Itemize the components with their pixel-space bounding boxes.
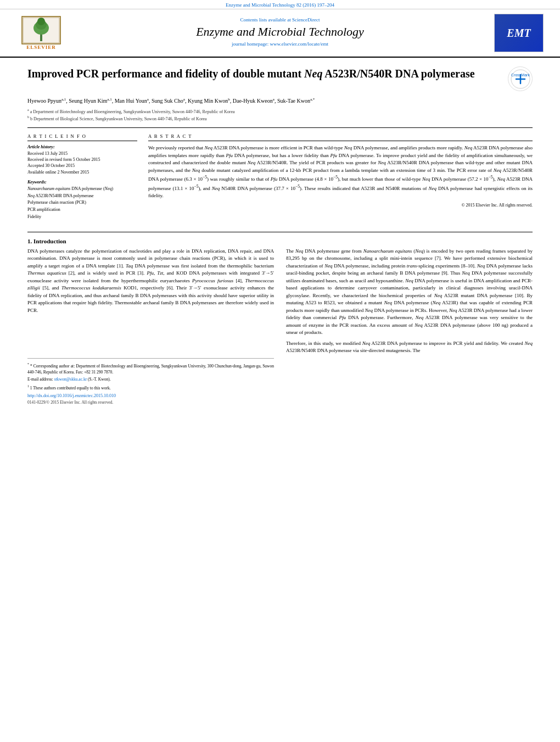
- email-link[interactable]: stkwon@skku.ac.kr: [54, 377, 87, 382]
- intro-para-2: The Neq DNA polymerase gene from Nanoarc…: [286, 248, 533, 337]
- corresponding-note: * Corresponding author at: Department of…: [27, 364, 274, 375]
- email-label: E-mail address:: [27, 377, 53, 382]
- elsevier-wordmark: ELSEVIER: [26, 44, 56, 50]
- article-history-block: Article history: Received 13 July 2015 R…: [27, 144, 137, 175]
- doi-url[interactable]: http://dx.doi.org/10.1016/j.enzmictec.20…: [27, 393, 116, 398]
- contents-text: Contents lists available at: [240, 17, 291, 23]
- fn-email: E-mail address: stkwon@skku.ac.kr (S.-T.…: [27, 376, 274, 382]
- svg-point-4: [37, 18, 45, 25]
- doi-copyright: 0141-0229/© 2015 Elsevier Inc. All right…: [27, 399, 274, 405]
- intro-para-1: DNA polymerases catalyze the polymerizat…: [27, 248, 274, 315]
- article-ref-line: Enzyme and Microbial Technology 82 (2016…: [0, 0, 560, 9]
- article-title-section: Improved PCR performance and fidelity of…: [27, 66, 533, 91]
- elsevier-logo-img: [21, 16, 61, 44]
- affiliations: a a Department of Biotechnology and Bioe…: [27, 108, 533, 122]
- received-date: Received 13 July 2015: [27, 150, 137, 157]
- available-date: Available online 2 November 2015: [27, 169, 137, 175]
- keyword-4: PCR amplification: [27, 207, 137, 214]
- article-content: Improved PCR performance and fidelity of…: [0, 58, 560, 415]
- article-info-heading: A R T I C L E I N F O: [27, 133, 137, 141]
- doi-line: http://dx.doi.org/10.1016/j.enzmictec.20…: [27, 393, 274, 399]
- journal-header: ELSEVIER Contents lists available at Sci…: [0, 9, 560, 58]
- history-label: Article history:: [27, 144, 137, 149]
- banner-text: Enzyme and Microbial Technology 82 (2016…: [226, 2, 334, 8]
- article-info-column: A R T I C L E I N F O Article history: R…: [27, 133, 137, 225]
- emt-logo: EMT: [494, 14, 544, 52]
- authors-line: Hyewoo Ppyuna,1, Seung Hyun Kima,1, Man …: [27, 97, 533, 105]
- keyword-3: Polymerase chain reaction (PCR): [27, 199, 137, 207]
- homepage-url[interactable]: www.elsevier.com/locate/emt: [270, 41, 328, 47]
- elsevier-logo: ELSEVIER: [16, 16, 66, 50]
- affiliation-a: a a Department of Biotechnology and Bioe…: [27, 108, 533, 115]
- contents-available-line: Contents lists available at ScienceDirec…: [66, 17, 494, 23]
- fn-corresponding: * * Corresponding author at: Department …: [27, 362, 274, 375]
- email-note: (S.-T. Kwon).: [88, 377, 111, 382]
- footnotes-area: * * Corresponding author at: Department …: [27, 358, 274, 405]
- emt-label: EMT: [507, 27, 530, 40]
- intro-col-right: The Neq DNA polymerase gene from Nanoarc…: [286, 248, 533, 406]
- keyword-1: Nanoarchaeum equitans DNA polymerase (Ne…: [27, 186, 137, 193]
- abstract-heading: A B S T R A C T: [148, 133, 533, 141]
- intro-col-left: DNA polymerases catalyze the polymerizat…: [27, 248, 274, 406]
- accepted-date: Accepted 30 October 2015: [27, 163, 137, 169]
- homepage-text: journal homepage:: [232, 41, 268, 47]
- info-abstract-section: A R T I C L E I N F O Article history: R…: [27, 133, 533, 225]
- intro-body: DNA polymerases catalyze the polymerizat…: [27, 248, 533, 406]
- keywords-block: Keywords: Nanoarchaeum equitans DNA poly…: [27, 180, 137, 221]
- homepage-line: journal homepage: www.elsevier.com/locat…: [66, 41, 494, 47]
- revised-date: Received in revised form 5 October 2015: [27, 157, 137, 163]
- abstract-column: A B S T R A C T We previously reported t…: [148, 133, 533, 225]
- intro-heading: 1. Introduction: [27, 238, 533, 244]
- keyword-5: Fidelity: [27, 214, 137, 221]
- article-title: Improved PCR performance and fidelity of…: [27, 66, 508, 81]
- intro-para-3: Therefore, in this study, we modified Ne…: [286, 340, 533, 355]
- crossmark-logo: CrossMark: [508, 66, 533, 91]
- keyword-2: Neq A523R/N540R DNA polymerase: [27, 193, 137, 200]
- journal-main-title: Enzyme and Microbial Technology: [66, 25, 494, 39]
- journal-title-area: Contents lists available at ScienceDirec…: [66, 17, 494, 49]
- keywords-label: Keywords:: [27, 180, 137, 185]
- affiliation-b: b b Department of Biological Science, Su…: [27, 115, 533, 122]
- equal-contrib-note: 1 These authors contributed equally to t…: [30, 385, 111, 390]
- divider-2: [27, 232, 533, 232]
- abstract-copyright: © 2015 Elsevier Inc. All rights reserved…: [148, 203, 533, 208]
- fn-equal-contrib: 1 1 These authors contributed equally to…: [27, 384, 274, 391]
- abstract-text: We previously reported that Neq A523R DN…: [148, 144, 533, 200]
- sciencedirect-link[interactable]: ScienceDirect: [292, 17, 320, 23]
- divider-1: [27, 127, 533, 128]
